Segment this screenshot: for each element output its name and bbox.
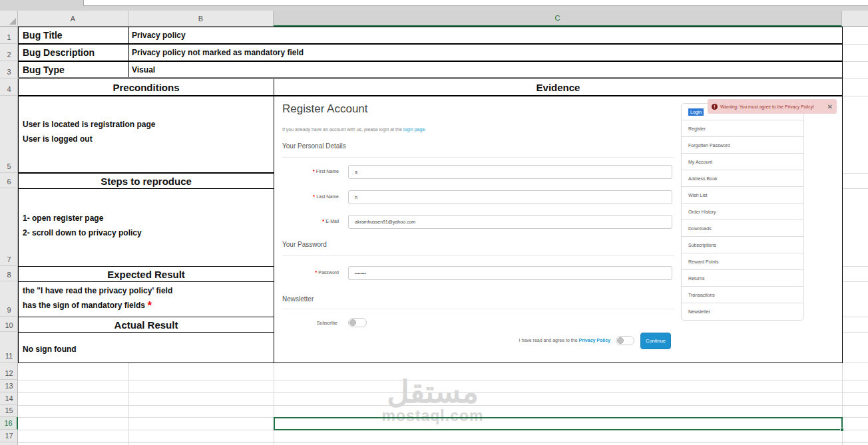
select-all-triangle-icon <box>9 18 16 25</box>
cell-b2-bug-description-value[interactable]: Privacy policy not marked as mandatory f… <box>128 44 843 61</box>
sidebar-item[interactable]: Downloads <box>682 220 803 237</box>
cell-steps-content[interactable]: 1- open register page 2- scroll down to … <box>18 188 274 267</box>
row-header-7[interactable]: 7 <box>0 188 18 266</box>
divider <box>282 157 674 158</box>
last-name-label: * Last Name <box>282 194 339 199</box>
row-header-13[interactable]: 13 <box>0 380 18 392</box>
subscribe-toggle[interactable] <box>348 318 367 327</box>
cell-steps-header[interactable]: Steps to reproduce <box>18 173 274 189</box>
cell-actual-header[interactable]: Actual Result <box>18 317 274 333</box>
row-header-15[interactable]: 15 <box>0 405 18 417</box>
cell-expected-header[interactable]: Expected Result <box>18 266 274 282</box>
register-subtext: If you already have an account with us, … <box>282 127 426 132</box>
continue-button[interactable]: Continue <box>640 333 671 349</box>
sidebar-item[interactable]: Reward Points <box>682 253 803 270</box>
sidebar-item[interactable]: Returns <box>682 270 803 287</box>
password-label: * Password <box>282 270 339 275</box>
selected-cell-c16[interactable] <box>274 417 843 430</box>
pane-divider <box>18 77 842 79</box>
actual-line: No sign found <box>23 342 274 357</box>
column-header-d[interactable] <box>842 11 868 27</box>
password-input[interactable]: •••••••• <box>348 266 672 280</box>
row-header-2[interactable]: 2 <box>0 44 18 61</box>
expected-line: the "I have read the privacy policy' fie… <box>23 283 274 298</box>
first-name-label: * First Name <box>282 169 339 174</box>
sidebar-item[interactable]: Order History <box>682 204 803 220</box>
preconditions-line: User is logged out <box>23 132 274 146</box>
evidence-screenshot: Register Account If you already have an … <box>274 96 842 363</box>
column-headers: A B C <box>0 11 868 27</box>
row-header-4[interactable]: 4 <box>0 78 18 96</box>
cell-actual-content[interactable]: No sign found <box>18 332 274 363</box>
sidebar-item[interactable]: Subscriptions <box>682 237 803 253</box>
privacy-agree-text: I have read and agree to the Privacy Pol… <box>460 338 610 343</box>
sidebar-item[interactable]: Forgotten Password <box>682 137 803 154</box>
sidebar-item[interactable]: Address Book <box>682 170 803 187</box>
row-header-9[interactable]: 9 <box>0 281 18 317</box>
row-header-6[interactable]: 6 <box>0 173 18 188</box>
preconditions-line: User is located is registration page <box>23 117 274 132</box>
formula-bar-strip <box>0 0 868 11</box>
warning-icon: ! <box>712 104 718 110</box>
steps-line: 2- scroll down to privacy policy <box>23 225 274 240</box>
section-your-password: Your Password <box>282 241 327 248</box>
cell-a1-bug-title-label[interactable]: Bug Title <box>18 27 129 44</box>
row-header-17[interactable]: 17 <box>0 430 18 442</box>
divider <box>282 255 674 256</box>
divider <box>282 309 674 309</box>
warning-banner: ! Warning: You must agree to the Privacy… <box>708 99 837 114</box>
select-all-corner[interactable] <box>0 11 18 27</box>
mandatory-asterisk: * <box>147 299 152 312</box>
privacy-agree-toggle[interactable] <box>616 336 634 345</box>
privacy-policy-link[interactable]: Privacy Policy <box>579 338 610 343</box>
row-header-10[interactable]: 10 <box>0 317 18 332</box>
sidebar-item[interactable]: Wish List <box>682 187 803 204</box>
cell-a2-bug-description-label[interactable]: Bug Description <box>18 44 129 61</box>
sidebar-item[interactable]: Transactions <box>682 287 803 303</box>
cell-expected-content[interactable]: the "I have read the privacy policy' fie… <box>18 281 274 317</box>
fill-handle[interactable] <box>840 428 844 432</box>
section-personal-details: Your Personal Details <box>282 142 346 150</box>
row-header-5[interactable]: 5 <box>0 96 18 173</box>
email-input[interactable]: akramhussen91@yahoo.com <box>348 215 672 229</box>
sidebar-item[interactable]: Register <box>682 120 803 137</box>
row-header-8[interactable]: 8 <box>0 266 18 281</box>
row-headers: 1 2 3 4 5 6 7 8 9 10 11 12 13 14 15 16 1… <box>0 27 18 445</box>
toggle-knob-icon <box>617 337 624 344</box>
expected-line: has the sign of mandatory fields * <box>23 298 274 313</box>
subscribe-label: Subscribe <box>282 321 337 325</box>
watermark-arabic: مستقل <box>346 376 519 407</box>
cell-b3-bug-type-value[interactable]: Visual <box>128 61 843 78</box>
cell-preconditions-content[interactable]: User is located is registration page Use… <box>18 96 274 173</box>
register-account-title: Register Account <box>282 102 368 116</box>
warning-text: Warning: You must agree to the Privacy P… <box>720 104 825 109</box>
column-header-c[interactable]: C <box>274 11 842 27</box>
row-header-14[interactable]: 14 <box>0 392 18 405</box>
formula-bar[interactable] <box>83 0 868 6</box>
row-header-12[interactable]: 12 <box>0 363 18 380</box>
last-name-input[interactable]: h <box>348 190 672 204</box>
column-header-a[interactable]: A <box>18 11 128 27</box>
login-page-link[interactable]: login page. <box>403 127 426 132</box>
sidebar-item[interactable]: My Account <box>682 154 803 170</box>
steps-line: 1- open register page <box>23 211 274 225</box>
row-header-11[interactable]: 11 <box>0 332 18 363</box>
account-sidebar: LoginRegisterForgotten PasswordMy Accoun… <box>681 103 804 321</box>
close-icon[interactable]: ✕ <box>827 103 833 110</box>
sidebar-item[interactable]: Newsletter <box>682 303 803 320</box>
column-header-b[interactable]: B <box>128 11 274 27</box>
cell-preconditions-header[interactable]: Preconditions <box>18 78 274 96</box>
row-header-16[interactable]: 16 <box>0 417 18 430</box>
cell-a3-bug-type-label[interactable]: Bug Type <box>18 61 129 78</box>
toggle-knob-icon <box>349 319 356 326</box>
first-name-input[interactable]: a <box>348 165 672 179</box>
row-header-3[interactable]: 3 <box>0 61 18 78</box>
row-header-1[interactable]: 1 <box>0 27 18 44</box>
cell-b1-bug-title-value[interactable]: Privacy policy <box>128 27 843 44</box>
cell-evidence-header[interactable]: Evidence <box>274 78 843 96</box>
email-label: * E-Mail <box>282 219 339 223</box>
section-newsletter: Newsletter <box>282 295 314 303</box>
